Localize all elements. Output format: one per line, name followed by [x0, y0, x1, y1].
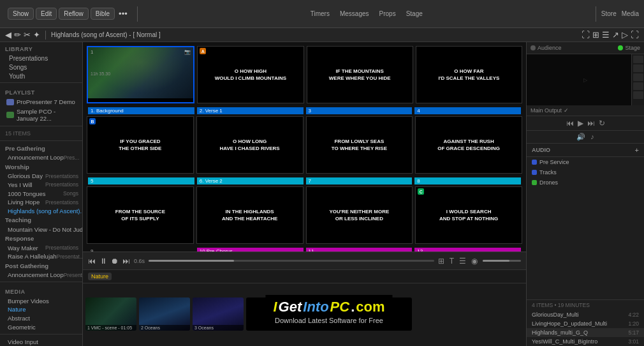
sidebar-mountain-view[interactable]: Mountain View - Do Not Jud...	[0, 225, 82, 234]
media-strip[interactable]: 1 VMC - scene - 01:05 2 Oceans 3 Oceans	[83, 283, 526, 345]
announcement-tag-1: Pres...	[64, 154, 80, 161]
right-loop-btn[interactable]: ↻	[599, 119, 605, 128]
playlist-file-1[interactable]: GloriousDay_Multi 4:22	[527, 310, 644, 319]
playlist-file-name-1: GloriousDay_Multi	[532, 312, 579, 318]
camera-icon-1: 📷	[184, 49, 191, 55]
store-label[interactable]: Store	[601, 10, 617, 17]
section-response[interactable]: Response	[0, 234, 82, 243]
playback-slider[interactable]	[149, 260, 434, 262]
prev-btn[interactable]: ⏮	[88, 257, 96, 266]
section-worship[interactable]: Worship	[0, 162, 82, 172]
toolbar-messages-label[interactable]: Messages	[340, 10, 369, 17]
text-icon[interactable]: T	[450, 257, 454, 266]
media-video-input[interactable]: Video Input	[0, 337, 82, 346]
slide-cell-6[interactable]: O HOW LONGHAVE I CHASED RIVERS	[196, 116, 304, 174]
right-play-btn[interactable]: ▶	[578, 119, 583, 128]
toolbar-reflow-tab[interactable]: Reflow	[59, 8, 89, 20]
speaker-icon[interactable]: 🔊	[576, 133, 585, 141]
section-teaching[interactable]: Teaching	[0, 215, 82, 225]
bottom-right-icons: ⊞ T ☰ ◉	[438, 257, 521, 266]
playlist-file-2[interactable]: LivingHope_D_updated_Multi 1:20	[527, 319, 644, 328]
section-post-gathering[interactable]: Post Gathering	[0, 261, 82, 271]
magic-icon[interactable]: ✦	[33, 30, 40, 40]
grid-icon[interactable]: ⊞	[592, 30, 599, 40]
playlist-item-demo-label: ProPresenter 7 Demo	[17, 98, 75, 105]
arrow-left-icon[interactable]: ◀	[5, 30, 11, 40]
audio-item-tracks[interactable]: Tracks	[527, 167, 644, 177]
sidebar-announcement-loop-1[interactable]: Announcement Loop Pres...	[0, 153, 82, 162]
sidebar-1000-tongues[interactable]: 1000 Tongues Songs	[0, 189, 82, 198]
music-icon[interactable]: ♪	[590, 133, 594, 141]
audience-label: Audience	[538, 45, 562, 51]
slide-cell-7[interactable]: FROM LOWLY SEASTO WHERE THEY RISE	[306, 116, 413, 174]
slide-cell-1[interactable]: 11h 35.30 1 📷	[87, 46, 194, 103]
slide-cell-3[interactable]: IF THE MOUNTAINSWERE WHERE YOU HIDE	[307, 46, 413, 103]
slide-text-6: O HOW LONGHAVE I CHASED RIVERS	[202, 138, 297, 152]
slide-grid-container[interactable]: 11h 35.30 1 📷 A O HOW HIGHWOULD I CLIMB …	[83, 42, 526, 252]
slide-cell-11[interactable]: YOU'RE NEITHER MOREOR LESS INCLINED	[306, 186, 413, 244]
media-nature[interactable]: Nature	[0, 305, 82, 314]
sidebar-item-songs[interactable]: Songs	[0, 63, 82, 71]
scissors-icon[interactable]: ✂	[24, 30, 31, 40]
slide-cell-12[interactable]: C I WOULD SEARCHAND STOP AT NOTHING	[415, 186, 522, 244]
export-icon[interactable]: ↗	[612, 30, 619, 40]
audio-icon-1	[532, 160, 537, 165]
list-icon[interactable]: ☰	[602, 30, 610, 40]
slide-cell-5[interactable]: B IF YOU GRACEDTHE OTHER SIDE	[87, 116, 194, 174]
media-thumb-2[interactable]: 2 Oceans	[139, 297, 190, 331]
slide-cell-9[interactable]: FROM THE SOURCEOF ITS SUPPLY	[87, 186, 194, 244]
sidebar-yes-i-will[interactable]: Yes I Will Presentations	[0, 180, 82, 189]
toolbar-timers-label[interactable]: Timers	[311, 10, 330, 17]
sidebar-raise-hallelujah[interactable]: Raise A Hallelujah Presentat...	[0, 252, 82, 261]
slide-cell-10[interactable]: IN THE HIGHLANDSAND THE HEARTACHE	[196, 186, 304, 244]
playlist-file-4[interactable]: YesIWill_C_Multi_BigIntro 3:01	[527, 337, 644, 346]
toolbar-show-tab[interactable]: Show	[8, 8, 34, 20]
play-icon[interactable]: ▷	[622, 30, 628, 40]
toolbar-edit-tab[interactable]: Edit	[36, 8, 57, 20]
sidebar-item-presentations[interactable]: Presentations	[0, 54, 82, 63]
slide-cell-4[interactable]: O HOW FARI'D SCALE THE VALLEYS	[416, 46, 522, 103]
playlist-item-demo[interactable]: ProPresenter 7 Demo	[0, 97, 82, 107]
audio-item-drones[interactable]: Drones	[527, 177, 644, 188]
slide-cell-2[interactable]: A O HOW HIGHWOULD I CLIMB MOUNTAINS	[197, 46, 304, 103]
section-pre-gathering[interactable]: Pre Gathering	[0, 144, 82, 153]
audience-dot	[531, 45, 536, 50]
sidebar-living-hope[interactable]: Living Hope Presentations	[0, 198, 82, 207]
playlist-icon-1	[6, 99, 14, 105]
next-btn[interactable]: ⏭	[122, 257, 130, 266]
toolbar-stage-label[interactable]: Stage	[406, 10, 423, 17]
sidebar-highlands[interactable]: Highlands (song of Ascent)...	[0, 207, 82, 216]
playlist-item-pco[interactable]: Sample PCO - January 22...	[0, 107, 82, 123]
audio-item-pre-service[interactable]: Pre Service	[527, 157, 644, 167]
playlist-file-3[interactable]: Highlands_multi_G_Q 5:17	[527, 328, 644, 337]
media-thumb-3[interactable]: 3 Oceans	[193, 297, 244, 331]
right-next-btn[interactable]: ⏭	[587, 119, 595, 128]
record-btn[interactable]: ⏺	[111, 257, 119, 266]
media-bumper-videos[interactable]: Bumper Videos	[0, 296, 82, 305]
media-thumb-1[interactable]: 1 VMC - scene - 01:05	[85, 297, 136, 331]
audio-add-btn[interactable]: +	[635, 146, 639, 154]
main-output-label[interactable]: Main Output ✓	[531, 107, 569, 114]
slide-cell-8[interactable]: AGAINST THE RUSHOF GRACE DESCENDING	[415, 116, 522, 174]
grid-view-icon[interactable]: ⊞	[438, 257, 444, 266]
media-abstract[interactable]: Abstract	[0, 314, 82, 323]
media-label[interactable]: Media	[622, 10, 639, 17]
expand-icon[interactable]: ⛶	[582, 30, 590, 40]
playlist-file-dur-1: 4:22	[628, 312, 639, 318]
list-view-icon[interactable]: ☰	[459, 257, 466, 266]
1000-tongues-tag: Songs	[63, 190, 78, 197]
circle-icon[interactable]: ◉	[471, 257, 478, 266]
sidebar-glorious-day[interactable]: Glorious Day Presentations	[0, 172, 82, 181]
sub-toolbar: ◀ ✏ ✂ ✦ Highlands (song of Ascent) - [ N…	[0, 28, 644, 42]
sidebar-way-maker[interactable]: Way Maker Presentations	[0, 243, 82, 252]
sidebar-item-youth[interactable]: Youth	[0, 71, 82, 80]
toolbar-bible-tab[interactable]: Bible	[91, 8, 115, 20]
sidebar-announcement-loop-2[interactable]: Announcement Loop Present...	[0, 271, 82, 280]
fullscreen-icon[interactable]: ⛶	[631, 30, 639, 40]
toolbar-props-label[interactable]: Props	[379, 10, 396, 17]
right-prev-btn[interactable]: ⏮	[566, 119, 574, 128]
pencil-icon[interactable]: ✏	[14, 30, 21, 40]
pause-btn[interactable]: ⏸	[99, 257, 107, 266]
media-geometric[interactable]: Geometric	[0, 323, 82, 332]
more-icon[interactable]: •••	[117, 7, 129, 20]
